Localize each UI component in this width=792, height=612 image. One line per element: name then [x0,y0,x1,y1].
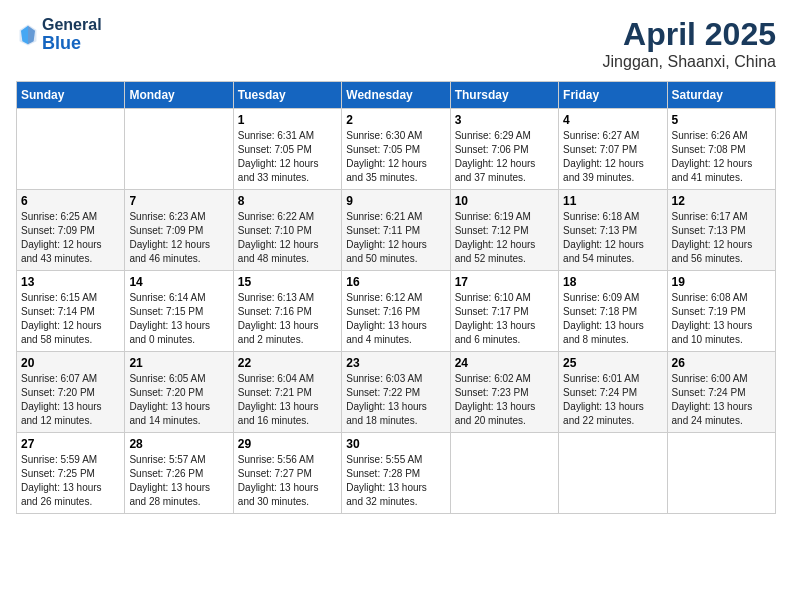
day-number: 30 [346,437,445,451]
day-detail: Sunrise: 6:09 AMSunset: 7:18 PMDaylight:… [563,291,662,347]
calendar-cell: 9Sunrise: 6:21 AMSunset: 7:11 PMDaylight… [342,190,450,271]
day-number: 2 [346,113,445,127]
calendar-cell [667,433,775,514]
day-detail: Sunrise: 6:29 AMSunset: 7:06 PMDaylight:… [455,129,554,185]
day-detail: Sunrise: 6:12 AMSunset: 7:16 PMDaylight:… [346,291,445,347]
day-number: 23 [346,356,445,370]
calendar-week-row: 6Sunrise: 6:25 AMSunset: 7:09 PMDaylight… [17,190,776,271]
day-number: 8 [238,194,337,208]
day-number: 22 [238,356,337,370]
day-detail: Sunrise: 6:26 AMSunset: 7:08 PMDaylight:… [672,129,771,185]
calendar-week-row: 1Sunrise: 6:31 AMSunset: 7:05 PMDaylight… [17,109,776,190]
calendar-subtitle: Jinggan, Shaanxi, China [603,53,776,71]
day-detail: Sunrise: 6:21 AMSunset: 7:11 PMDaylight:… [346,210,445,266]
col-thursday: Thursday [450,82,558,109]
day-detail: Sunrise: 6:30 AMSunset: 7:05 PMDaylight:… [346,129,445,185]
calendar-cell [125,109,233,190]
day-detail: Sunrise: 6:27 AMSunset: 7:07 PMDaylight:… [563,129,662,185]
calendar-cell: 8Sunrise: 6:22 AMSunset: 7:10 PMDaylight… [233,190,341,271]
col-saturday: Saturday [667,82,775,109]
logo-text: General Blue [42,16,102,53]
day-detail: Sunrise: 6:22 AMSunset: 7:10 PMDaylight:… [238,210,337,266]
calendar-cell: 4Sunrise: 6:27 AMSunset: 7:07 PMDaylight… [559,109,667,190]
calendar-cell: 10Sunrise: 6:19 AMSunset: 7:12 PMDayligh… [450,190,558,271]
day-number: 6 [21,194,120,208]
day-detail: Sunrise: 6:08 AMSunset: 7:19 PMDaylight:… [672,291,771,347]
col-friday: Friday [559,82,667,109]
day-number: 26 [672,356,771,370]
calendar-cell: 27Sunrise: 5:59 AMSunset: 7:25 PMDayligh… [17,433,125,514]
day-detail: Sunrise: 6:31 AMSunset: 7:05 PMDaylight:… [238,129,337,185]
calendar-cell: 24Sunrise: 6:02 AMSunset: 7:23 PMDayligh… [450,352,558,433]
day-number: 14 [129,275,228,289]
calendar-cell: 19Sunrise: 6:08 AMSunset: 7:19 PMDayligh… [667,271,775,352]
day-detail: Sunrise: 6:03 AMSunset: 7:22 PMDaylight:… [346,372,445,428]
day-number: 18 [563,275,662,289]
day-detail: Sunrise: 6:19 AMSunset: 7:12 PMDaylight:… [455,210,554,266]
day-detail: Sunrise: 6:17 AMSunset: 7:13 PMDaylight:… [672,210,771,266]
calendar-cell [17,109,125,190]
col-monday: Monday [125,82,233,109]
calendar-cell: 18Sunrise: 6:09 AMSunset: 7:18 PMDayligh… [559,271,667,352]
calendar-cell: 1Sunrise: 6:31 AMSunset: 7:05 PMDaylight… [233,109,341,190]
col-wednesday: Wednesday [342,82,450,109]
calendar-cell [559,433,667,514]
day-detail: Sunrise: 6:18 AMSunset: 7:13 PMDaylight:… [563,210,662,266]
calendar-cell: 11Sunrise: 6:18 AMSunset: 7:13 PMDayligh… [559,190,667,271]
calendar-week-row: 20Sunrise: 6:07 AMSunset: 7:20 PMDayligh… [17,352,776,433]
day-number: 13 [21,275,120,289]
logo: General Blue [16,16,102,53]
day-detail: Sunrise: 6:13 AMSunset: 7:16 PMDaylight:… [238,291,337,347]
day-detail: Sunrise: 6:15 AMSunset: 7:14 PMDaylight:… [21,291,120,347]
day-detail: Sunrise: 6:01 AMSunset: 7:24 PMDaylight:… [563,372,662,428]
day-number: 1 [238,113,337,127]
page-container: General Blue April 2025 Jinggan, Shaanxi… [0,0,792,524]
day-number: 25 [563,356,662,370]
day-detail: Sunrise: 6:23 AMSunset: 7:09 PMDaylight:… [129,210,228,266]
day-number: 29 [238,437,337,451]
day-number: 7 [129,194,228,208]
day-number: 12 [672,194,771,208]
calendar-cell: 7Sunrise: 6:23 AMSunset: 7:09 PMDaylight… [125,190,233,271]
day-detail: Sunrise: 6:00 AMSunset: 7:24 PMDaylight:… [672,372,771,428]
day-detail: Sunrise: 5:56 AMSunset: 7:27 PMDaylight:… [238,453,337,509]
day-number: 11 [563,194,662,208]
calendar-cell: 20Sunrise: 6:07 AMSunset: 7:20 PMDayligh… [17,352,125,433]
calendar-cell: 14Sunrise: 6:14 AMSunset: 7:15 PMDayligh… [125,271,233,352]
calendar-cell: 23Sunrise: 6:03 AMSunset: 7:22 PMDayligh… [342,352,450,433]
day-detail: Sunrise: 6:02 AMSunset: 7:23 PMDaylight:… [455,372,554,428]
calendar-cell: 29Sunrise: 5:56 AMSunset: 7:27 PMDayligh… [233,433,341,514]
day-number: 28 [129,437,228,451]
day-detail: Sunrise: 6:10 AMSunset: 7:17 PMDaylight:… [455,291,554,347]
calendar-cell: 6Sunrise: 6:25 AMSunset: 7:09 PMDaylight… [17,190,125,271]
logo-icon [18,23,38,47]
day-number: 3 [455,113,554,127]
calendar-cell: 2Sunrise: 6:30 AMSunset: 7:05 PMDaylight… [342,109,450,190]
calendar-cell: 26Sunrise: 6:00 AMSunset: 7:24 PMDayligh… [667,352,775,433]
day-number: 10 [455,194,554,208]
day-number: 24 [455,356,554,370]
calendar-cell [450,433,558,514]
day-number: 15 [238,275,337,289]
calendar-cell: 30Sunrise: 5:55 AMSunset: 7:28 PMDayligh… [342,433,450,514]
logo-general: General [42,16,102,34]
day-detail: Sunrise: 5:55 AMSunset: 7:28 PMDaylight:… [346,453,445,509]
calendar-cell: 12Sunrise: 6:17 AMSunset: 7:13 PMDayligh… [667,190,775,271]
calendar-cell: 28Sunrise: 5:57 AMSunset: 7:26 PMDayligh… [125,433,233,514]
col-tuesday: Tuesday [233,82,341,109]
day-number: 27 [21,437,120,451]
day-number: 19 [672,275,771,289]
calendar-week-row: 27Sunrise: 5:59 AMSunset: 7:25 PMDayligh… [17,433,776,514]
day-detail: Sunrise: 6:14 AMSunset: 7:15 PMDaylight:… [129,291,228,347]
day-detail: Sunrise: 6:05 AMSunset: 7:20 PMDaylight:… [129,372,228,428]
day-detail: Sunrise: 6:25 AMSunset: 7:09 PMDaylight:… [21,210,120,266]
calendar-cell: 16Sunrise: 6:12 AMSunset: 7:16 PMDayligh… [342,271,450,352]
calendar-cell: 15Sunrise: 6:13 AMSunset: 7:16 PMDayligh… [233,271,341,352]
day-number: 9 [346,194,445,208]
calendar-cell: 22Sunrise: 6:04 AMSunset: 7:21 PMDayligh… [233,352,341,433]
calendar-header-row: Sunday Monday Tuesday Wednesday Thursday… [17,82,776,109]
day-detail: Sunrise: 6:04 AMSunset: 7:21 PMDaylight:… [238,372,337,428]
day-number: 20 [21,356,120,370]
logo-blue: Blue [42,34,102,54]
calendar-cell: 3Sunrise: 6:29 AMSunset: 7:06 PMDaylight… [450,109,558,190]
